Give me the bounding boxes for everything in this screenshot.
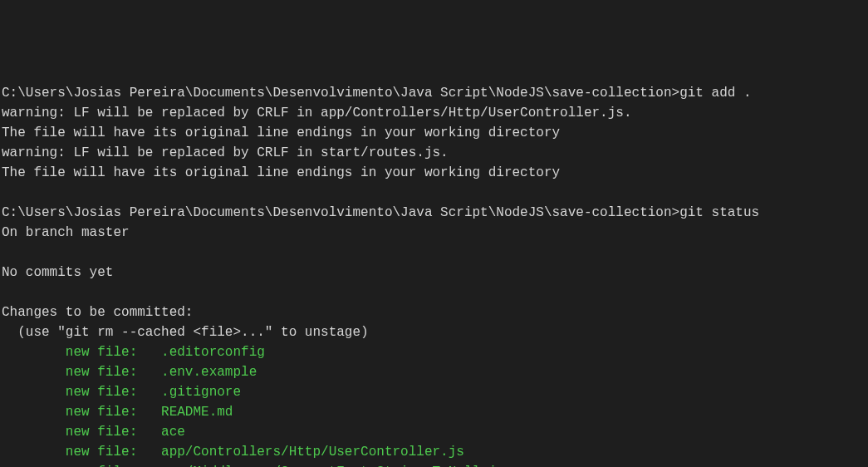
warning-line-4: The file will have its original line end… [2,165,560,180]
warning-line-3: warning: LF will be replaced by CRLF in … [2,145,449,160]
warning-line-1: warning: LF will be replaced by CRLF in … [2,106,632,120]
staged-file: new file: app/Middleware/ConvertEmptyStr… [2,462,866,467]
staged-file: new file: ace [2,422,866,442]
staged-file: new file: README.md [2,402,866,422]
prompt-path-2: C:\Users\Josias Pereira\Documents\Desenv… [2,205,679,220]
branch-info: On branch master [2,225,130,240]
prompt-path-1: C:\Users\Josias Pereira\Documents\Desenv… [2,86,679,101]
staged-file: new file: .editorconfig [2,342,866,362]
command-1: git add . [679,86,751,101]
staged-file: new file: .gitignore [2,382,866,402]
command-2: git status [679,205,759,220]
commits-info: No commits yet [2,265,113,280]
warning-line-2: The file will have its original line end… [2,125,560,140]
terminal-output[interactable]: C:\Users\Josias Pereira\Documents\Desenv… [2,83,866,467]
staged-file: new file: app/Controllers/Http/UserContr… [2,442,866,462]
unstage-hint: (use "git rm --cached <file>..." to unst… [2,325,369,340]
changes-header: Changes to be committed: [2,305,193,320]
staged-file: new file: .env.example [2,362,866,382]
